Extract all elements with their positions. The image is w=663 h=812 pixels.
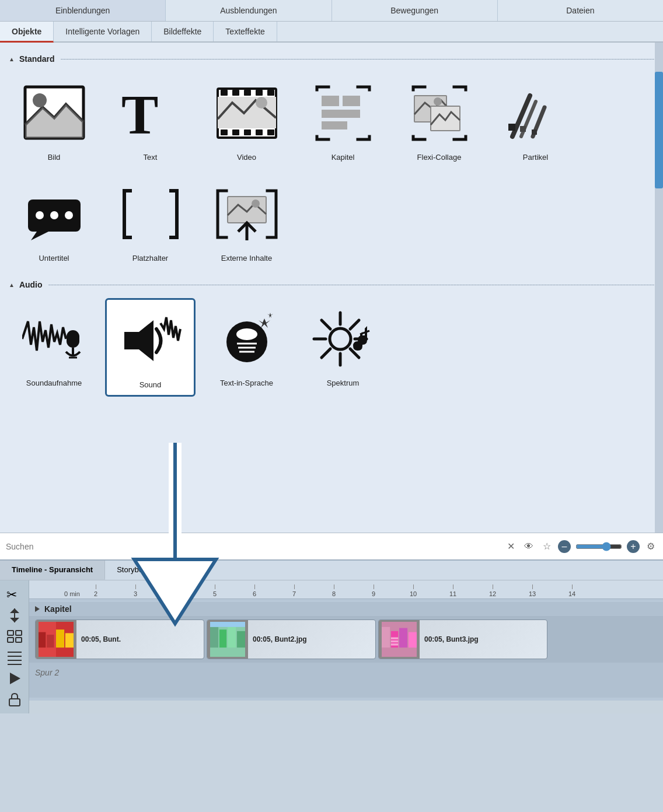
item-sound[interactable]: Sound <box>105 298 196 397</box>
tab-einblendungen[interactable]: Einblendungen <box>0 0 166 21</box>
svg-line-50 <box>322 349 330 358</box>
zoom-slider[interactable] <box>575 542 622 551</box>
ruler-mark-9: 9 <box>354 584 393 598</box>
zoom-out-button[interactable]: – <box>558 540 571 553</box>
item-platzhalter[interactable]: Platzhalter <box>105 173 196 268</box>
clip-1-thumb <box>36 620 76 659</box>
svg-rect-73 <box>47 635 54 648</box>
tab-intelligente-vorlagen[interactable]: Intelligente Vorlagen <box>54 22 152 41</box>
soundaufnahme-icon <box>16 304 92 374</box>
text-in-sprache-label: Text-in-Sprache <box>220 379 273 387</box>
audio-section-divider <box>48 285 654 285</box>
bild-label: Bild <box>48 153 61 162</box>
scroll-area[interactable]: Standard Bild <box>0 43 663 533</box>
svg-rect-89 <box>391 643 398 646</box>
search-eye-icon[interactable]: 👁 <box>522 540 536 553</box>
item-untertitel[interactable]: Untertitel <box>9 173 99 268</box>
svg-marker-68 <box>10 673 20 684</box>
kapitel-label: Kapitel <box>44 604 72 614</box>
clip-1[interactable]: 00:05, Bunt. <box>35 620 204 659</box>
partikel-label: Partikel <box>523 153 548 162</box>
item-text[interactable]: T Text <box>105 72 196 167</box>
svg-rect-6 <box>244 90 251 96</box>
sound-icon <box>113 306 189 376</box>
search-settings-icon[interactable]: ⚙ <box>644 540 657 553</box>
sidebar-icon-lock[interactable] <box>5 691 24 708</box>
tab-bildeffekte[interactable]: Bildeffekte <box>152 22 214 41</box>
svg-rect-8 <box>267 90 274 96</box>
clip-2[interactable]: 00:05, Bunt2.jpg <box>207 620 376 659</box>
top-tab-bar: Einblendungen Ausblendungen Bewegungen D… <box>0 0 663 22</box>
section-divider <box>61 59 654 60</box>
sidebar-icon-group[interactable] <box>5 628 24 645</box>
svg-rect-33 <box>67 330 79 348</box>
scrollbar-thumb[interactable] <box>655 72 663 188</box>
svg-rect-24 <box>520 126 526 132</box>
ruler-mark-11: 11 <box>433 584 473 598</box>
sidebar-icon-cut[interactable]: ✂ <box>5 586 24 603</box>
tab-dateien[interactable]: Dateien <box>498 0 663 21</box>
svg-rect-62 <box>8 638 13 642</box>
svg-rect-23 <box>508 124 515 131</box>
svg-point-41 <box>236 328 257 340</box>
svg-rect-17 <box>343 96 360 106</box>
svg-rect-12 <box>256 130 263 135</box>
clip-2-thumb <box>207 620 248 659</box>
ruler-mark-5: 5 <box>195 584 235 598</box>
item-spektrum[interactable]: Spektrum <box>298 298 388 397</box>
kapitel-header: Kapitel <box>29 602 663 616</box>
ruler-mark-4: 4 <box>155 584 195 598</box>
standard-grid: Bild T Text <box>9 72 654 268</box>
untertitel-label: Untertitel <box>39 254 69 262</box>
item-partikel[interactable]: Partikel <box>490 72 581 167</box>
svg-point-21 <box>434 97 442 106</box>
tab-objekte[interactable]: Objekte <box>0 22 54 43</box>
zoom-in-button[interactable]: + <box>627 540 640 553</box>
timeline-tab-storyboard[interactable]: Storyboard <box>105 561 166 580</box>
video-icon <box>209 78 285 148</box>
tab-ausblendungen[interactable]: Ausblendungen <box>166 0 332 21</box>
item-externe-inhalte[interactable]: Externe Inhalte <box>201 173 292 268</box>
ruler-mark-10: 10 <box>393 584 433 598</box>
sound-label: Sound <box>139 380 162 389</box>
tab-bewegungen[interactable]: Bewegungen <box>332 0 498 21</box>
timeline-tab-spuransicht[interactable]: Timeline - Spuransicht <box>0 561 105 580</box>
timeline-main: 0 min 2 3 4 5 6 7 8 9 10 11 12 13 14 <box>29 580 663 713</box>
item-bild[interactable]: Bild <box>9 72 99 167</box>
svg-rect-74 <box>56 629 64 648</box>
section-standard: Standard <box>9 54 654 64</box>
svg-line-49 <box>350 320 359 329</box>
item-soundaufnahme[interactable]: Soundaufnahme <box>9 298 99 397</box>
item-kapitel[interactable]: Kapitel <box>298 72 388 167</box>
platzhalter-label: Platzhalter <box>132 254 168 262</box>
scrollbar-track <box>655 43 663 533</box>
tab-texteffekte[interactable]: Texteffekte <box>214 22 277 41</box>
svg-rect-7 <box>256 90 263 96</box>
svg-rect-9 <box>221 130 228 135</box>
item-video[interactable]: Video <box>201 72 292 167</box>
clip-3[interactable]: 00:05, Bunt3.jpg <box>378 620 547 659</box>
search-input[interactable] <box>6 542 500 551</box>
search-clear-button[interactable]: ✕ <box>505 540 517 553</box>
text-label: Text <box>144 153 158 162</box>
item-flexi-collage[interactable]: Flexi-Collage <box>394 72 484 167</box>
svg-rect-13 <box>267 130 274 135</box>
sidebar-icon-align[interactable] <box>5 649 24 666</box>
bild-icon <box>16 78 92 148</box>
ruler-mark-2: 2 <box>76 584 116 598</box>
flexi-collage-icon <box>402 78 477 148</box>
sidebar-icon-play[interactable] <box>5 670 24 687</box>
sidebar-icon-split[interactable] <box>5 607 24 624</box>
text-in-sprache-icon <box>209 304 285 374</box>
ruler-mark-13: 13 <box>512 584 552 598</box>
video-label: Video <box>237 153 256 162</box>
search-star-icon[interactable]: ☆ <box>540 540 553 553</box>
svg-line-47 <box>322 320 330 329</box>
spektrum-label: Spektrum <box>327 379 360 387</box>
partikel-icon <box>498 78 574 148</box>
item-text-in-sprache[interactable]: Text-in-Sprache <box>201 298 292 397</box>
second-tab-bar: Objekte Intelligente Vorlagen Bildeffekt… <box>0 22 663 43</box>
clip-1-info: 00:05, Bunt. <box>76 632 125 646</box>
ruler-zero: 0 min <box>64 590 80 597</box>
timeline-content: ✂ <box>0 580 663 713</box>
